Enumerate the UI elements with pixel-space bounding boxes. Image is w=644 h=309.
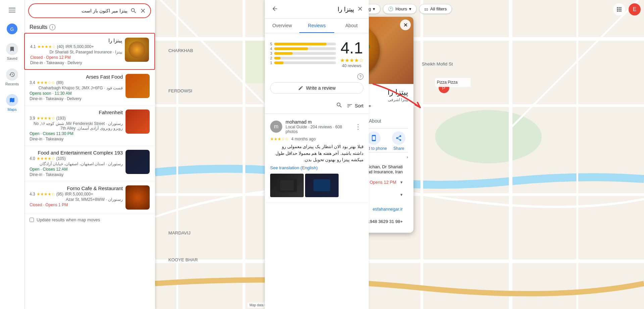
overall-rating-number: 4.1 [341, 39, 363, 57]
review-options-btn[interactable]: ⋮ [353, 121, 363, 132]
left-nav: G Saved Recents Maps [0, 0, 24, 309]
svg-text:Sheikh Mofid St: Sheikh Mofid St [422, 61, 453, 67]
stars-4: ★★★★☆ [37, 156, 55, 161]
nav-maps-active[interactable]: Maps [2, 91, 22, 114]
svg-rect-0 [9, 8, 15, 8]
result-name-5: Forno Cafe & Restaurant [30, 185, 123, 191]
result-item-fahrenheit[interactable]: Fahrenheit 3.9 ★★★★☆ (193) رستوران · Mir… [24, 105, 155, 146]
overall-rating-count: 40 reviews [342, 63, 361, 68]
rating-value-5: 4.3 [30, 192, 35, 196]
result-content-3: Fahrenheit 3.9 ★★★★☆ (193) رستوران · Mir… [30, 109, 123, 141]
apps-grid-btn[interactable] [613, 3, 625, 15]
review-images [270, 174, 363, 197]
send-to-phone-icon [367, 131, 381, 145]
bar-row-5: 5 [270, 42, 336, 46]
stars-1: ★★★★☆ [37, 44, 56, 49]
see-translation-link[interactable]: See translation (English) [270, 165, 363, 170]
grid-icon [616, 6, 623, 13]
status-1: Closed · Opens 12 PM [30, 55, 122, 60]
price-expand-btn[interactable]: ▾ [400, 192, 403, 197]
update-map-label: Update results when map moves [37, 217, 100, 222]
reviewer-name: mohamad m [286, 119, 349, 125]
recents-icon [6, 69, 18, 81]
saved-icon [6, 43, 18, 55]
share-icon [392, 131, 405, 145]
stars-5: ★★★★☆ [37, 192, 55, 196]
hours-filter-btn[interactable]: 🕐 Hours ▾ [383, 4, 416, 14]
write-review-btn[interactable]: Write a review [270, 82, 363, 94]
bar-row-4: 4 [270, 47, 336, 51]
map-area: Hamdamossaltaneh Cafe Restaurant ELYDERA… [155, 0, 644, 309]
update-map-row: Update results when map moves [24, 214, 155, 226]
review-image-1[interactable] [270, 174, 304, 197]
reviews-tabs: Overview Reviews About [265, 19, 369, 33]
result-content-2: Arses Fast Food 3.4 ★★★☆☆ (89) فست فود ·… [30, 74, 123, 101]
services-3: Dine-in · Takeaway [30, 137, 123, 141]
grid-filter-icon: ⚏ [424, 6, 428, 11]
result-item-193[interactable]: 193 Food and Entertainment Complex 4.0 ★… [24, 146, 155, 181]
status-5: Closed · Opens 1 PM [30, 203, 123, 207]
hours-expand-btn[interactable]: ▾ [400, 180, 403, 185]
svg-text:G: G [10, 27, 14, 32]
result-item-arses[interactable]: Arses Fast Food 3.4 ★★★☆☆ (89) فست فود ·… [24, 70, 155, 105]
update-map-checkbox[interactable] [30, 218, 34, 222]
address-2: فست فود · Chaharbagh Khajoo St, JMX J+6F… [30, 86, 123, 90]
maps-label: Maps [8, 107, 17, 112]
search-icon[interactable] [130, 7, 137, 14]
all-filters-btn[interactable]: ⚏ All filters [419, 4, 452, 14]
result-item-pizza-ra[interactable]: پیتزا را 4.1 ★★★★☆ (40) IRR 5,000,000+ پ… [24, 33, 155, 70]
rating-summary: 5 4 3 2 1 [265, 33, 369, 74]
recents-label: Recents [5, 82, 19, 86]
sort-btn[interactable]: Sort [347, 103, 363, 109]
results-info-icon[interactable]: i [49, 24, 55, 30]
rating-right: 4.1 ★★★★☆ 40 reviews [340, 39, 363, 68]
user-avatar[interactable]: E [629, 3, 641, 15]
results-list: پیتزا را 4.1 ★★★★☆ (40) IRR 5,000,000+ پ… [24, 33, 155, 309]
rating-value-4: 4.0 [30, 156, 35, 161]
stars-2: ★★★☆☆ [37, 80, 55, 85]
result-name-4: 193 Food and Entertainment Complex [30, 150, 123, 156]
status-3: Open · Closes 11:30 PM [30, 131, 123, 136]
reviewer-meta: Local Guide · 204 reviews · 608 photos [286, 125, 349, 134]
rating-value-3: 3.9 [30, 116, 35, 121]
result-img-4 [126, 150, 150, 174]
review-image-2[interactable] [305, 174, 339, 197]
search-reviews-btn[interactable] [335, 100, 344, 111]
close-search-icon[interactable] [140, 7, 146, 14]
bar-row-3: 3 [270, 51, 336, 55]
rating-row-2: 3.4 ★★★☆☆ (89) [30, 80, 123, 85]
svg-text:KOOYE BHAR: KOOYE BHAR [168, 257, 198, 262]
close-place-card-btn[interactable]: ✕ [400, 19, 411, 30]
dine-expand-icon[interactable]: › [407, 154, 408, 160]
all-filters-label: All filters [430, 6, 447, 11]
share-btn[interactable]: Share [392, 131, 405, 151]
rating-count-5: (95) [56, 192, 63, 196]
result-name-2: Arses Fast Food [30, 74, 123, 80]
hamburger-menu[interactable] [6, 4, 18, 17]
search-bar [28, 3, 151, 18]
reviews-close-btn[interactable] [357, 5, 363, 13]
result-item-forno[interactable]: Forno Cafe & Restaurant 4.3 ★★★★☆ (95) I… [24, 181, 155, 214]
rating-row-1: 4.1 ★★★★☆ (40) IRR 5,000,000+ [30, 44, 122, 49]
search-reviews-icon [336, 102, 343, 108]
price-5: IRR 5,000,000+ [65, 192, 93, 196]
result-img-5 [126, 185, 150, 210]
write-review-label: Write a review [306, 85, 336, 91]
rating-help-icon[interactable]: ? [357, 74, 363, 80]
rating-bars: 5 4 3 2 1 [270, 41, 336, 65]
rating-count-2: (89) [56, 80, 63, 85]
rating-row-3: 3.9 ★★★★☆ (193) [30, 116, 123, 121]
nav-saved[interactable]: Saved [2, 40, 22, 63]
search-input[interactable] [33, 8, 128, 13]
hours-dropdown-icon: ▾ [409, 6, 411, 11]
reviews-tab-overview[interactable]: Overview [265, 19, 299, 33]
reviews-tab-reviews[interactable]: Reviews [299, 19, 334, 33]
rating-value-1: 4.1 [30, 44, 36, 49]
bar-row-1: 1 [270, 61, 336, 65]
reviews-panel-header: پیتزا را [265, 0, 369, 19]
overall-rating-stars: ★★★★☆ [340, 57, 363, 63]
bar-row-2: 2 [270, 56, 336, 60]
reviews-tab-about[interactable]: About [334, 19, 369, 33]
nav-recents[interactable]: Recents [2, 66, 22, 89]
reviews-back-btn[interactable] [270, 4, 280, 14]
